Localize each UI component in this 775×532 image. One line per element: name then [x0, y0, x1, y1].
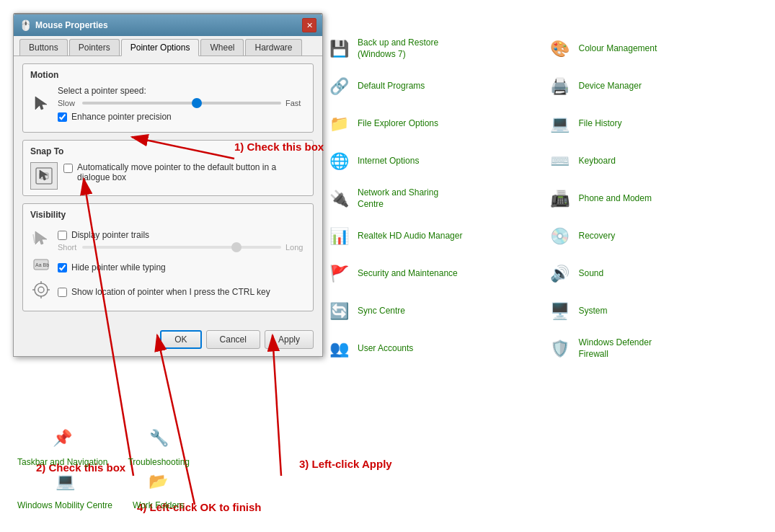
- svg-line-9: [273, 335, 281, 476]
- svg-line-7: [132, 137, 234, 159]
- cp-item-work-folders-label: Work Folders: [133, 500, 184, 512]
- mobility-icon: 💻: [52, 469, 78, 495]
- annotation-check-box-1: 1) Check this box: [234, 141, 324, 153]
- work-folders-icon: 📂: [146, 469, 172, 495]
- troubleshooting-icon: 🔧: [146, 425, 172, 451]
- annotation-left-click-apply: 3) Left-click Apply: [299, 458, 392, 470]
- tab-pointer-options[interactable]: Pointer Options: [121, 39, 200, 56]
- cp-item-mobility[interactable]: 💻 Windows Mobility Centre: [13, 463, 117, 518]
- taskbar-icon: 📌: [50, 425, 76, 451]
- cp-item-work-folders[interactable]: 📂 Work Folders: [128, 463, 188, 518]
- cp-item-mobility-label: Windows Mobility Centre: [17, 500, 112, 512]
